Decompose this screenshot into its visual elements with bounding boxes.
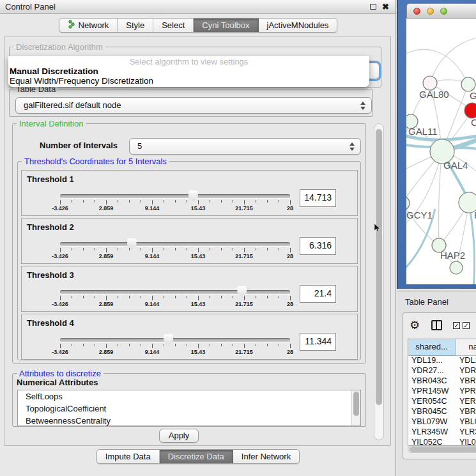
table-row[interactable]: YBL079WYBL079W <box>408 417 476 427</box>
slider-tick-labels: -3.4262.8599.14415.4321.71528 <box>60 301 290 309</box>
dropdown-option-equal-width-frequency[interactable]: Equal Width/Frequency Discretization <box>8 76 369 86</box>
tab-label: Cyni Toolbox <box>202 20 249 30</box>
tab-label: jActiveMNodules <box>267 20 329 30</box>
slider-tick-labels: -3.4262.8599.14415.4321.71528 <box>60 253 290 261</box>
tab-style[interactable]: Style <box>118 19 153 32</box>
table-scrollbar-thumb[interactable] <box>410 447 476 452</box>
tab-label: Style <box>126 20 144 30</box>
slider-ticks <box>60 344 290 349</box>
threshold-label: Threshold 1 <box>27 174 74 184</box>
table-row[interactable]: YBR043CYBR043C <box>408 376 476 387</box>
apply-button[interactable]: Apply <box>159 429 199 443</box>
split-columns-icon[interactable] <box>431 320 442 330</box>
threshold-value-field[interactable]: 14.713 <box>300 189 336 207</box>
slider-tick-labels: -3.4262.8599.14415.4321.71528 <box>60 205 290 213</box>
threshold-1-panel: Threshold 1 -3.4262.8599.14415.4321.7152… <box>21 170 358 216</box>
network-node[interactable] <box>459 192 476 213</box>
network-node[interactable] <box>464 103 476 118</box>
network-node-label: GAL80 <box>419 89 449 100</box>
table-row[interactable]: YDL19...YDL19... <box>408 356 476 366</box>
algorithm-dropdown-popup: Select algorithm to view settings Manual… <box>8 56 369 87</box>
slider-ticks <box>60 200 290 205</box>
threshold-slider[interactable] <box>60 194 290 198</box>
number-of-intervals-combo[interactable]: 5 <box>129 138 361 155</box>
attribute-item[interactable]: BetweennessCentrality <box>18 415 360 426</box>
network-node-label: GA <box>470 90 476 101</box>
control-panel-window: Control Panel ✖ Network Style Select Cyn… <box>0 0 396 476</box>
table-row[interactable]: YBR045CYBR045C <box>408 407 476 417</box>
attribute-item[interactable]: TopologicalCoefficient <box>18 403 360 415</box>
settings-scrollbar-thumb[interactable] <box>376 129 382 405</box>
network-node[interactable] <box>423 76 437 90</box>
column-header-shared-name[interactable]: shared... <box>408 339 456 356</box>
network-icon <box>68 20 75 31</box>
table-data-combo[interactable]: galFiltered.sif default node <box>15 97 372 114</box>
checkbox-checked-icon[interactable]: ✓ <box>453 322 460 329</box>
table-horizontal-scrollbar[interactable] <box>408 446 476 453</box>
control-panel-tabbar: Network Style Select Cyni Toolbox jActiv… <box>0 18 396 33</box>
list-scrollbar-thumb[interactable] <box>353 392 359 416</box>
tab-discretize-data[interactable]: Discretize Data <box>160 450 233 463</box>
tab-network[interactable]: Network <box>59 19 118 32</box>
zoom-traffic-light-icon[interactable] <box>440 8 447 15</box>
network-node[interactable] <box>406 196 410 210</box>
table-row[interactable]: YLR345WYLR345W <box>408 427 476 438</box>
checkbox-checked-icon[interactable]: ✓ <box>463 322 470 329</box>
table-row[interactable]: YDR27...YDR27... <box>408 366 476 376</box>
threshold-slider[interactable] <box>60 242 290 246</box>
table-row[interactable]: YPR145WYPR145W <box>408 387 476 397</box>
tab-impute-data[interactable]: Impute Data <box>97 450 160 463</box>
number-of-intervals-label: Number of Intervals <box>40 141 118 150</box>
threshold-value-field[interactable]: 6.316 <box>300 237 336 255</box>
thresholds-group: Threshold's Coordinates for 5 Intervals … <box>17 161 361 360</box>
attributes-to-discretize-group: Attributes to discretize Numerical Attri… <box>12 373 366 427</box>
slider-ticks <box>60 248 290 253</box>
threshold-slider[interactable] <box>60 290 290 294</box>
table-row[interactable]: YER054CYER054C <box>408 397 476 407</box>
tab-infer-network[interactable]: Infer Network <box>233 450 299 463</box>
interval-definition-group: Interval Definition Number of Intervals … <box>12 123 366 364</box>
dropdown-hint: Select algorithm to view settings <box>8 56 369 66</box>
table-panel-body: ⚙ ✓ ✓ shared... name YDL19...YDL19...YDR… <box>403 312 476 459</box>
settings-scrollbar[interactable] <box>374 123 384 440</box>
float-window-icon[interactable] <box>370 4 376 10</box>
network-canvas[interactable]: GAL80GACGAL11GAL4GCY1HHAP2 <box>406 19 476 284</box>
stepper-icon <box>360 101 365 111</box>
dropdown-option-manual-discretization[interactable]: Manual Discretization <box>8 66 369 76</box>
table-row[interactable]: YIL052CYIL052C <box>408 438 476 445</box>
network-window-titlebar <box>406 3 476 19</box>
network-node-label: GAL11 <box>408 126 438 137</box>
tab-label: Infer Network <box>242 452 291 461</box>
numerical-attributes-list: SelfLoopsTopologicalCoefficientBetweenne… <box>17 390 361 426</box>
gear-icon[interactable]: ⚙ <box>410 319 420 331</box>
threshold-3-panel: Threshold 3 -3.4262.8599.14415.4321.7152… <box>21 266 358 312</box>
threshold-value-field[interactable]: 11.344 <box>300 333 336 351</box>
column-header-name[interactable]: name <box>456 339 476 356</box>
list-scrollbar[interactable] <box>351 390 360 426</box>
table-rows: YDL19...YDL19...YDR27...YDR27...YBR043CY… <box>408 356 476 445</box>
network-node-label: GAL4 <box>443 160 468 171</box>
close-icon[interactable]: ✖ <box>382 1 389 13</box>
tab-select[interactable]: Select <box>153 19 194 32</box>
threshold-slider[interactable] <box>60 338 290 342</box>
table-header: shared... name <box>408 339 476 356</box>
threshold-2-panel: Threshold 2 -3.4262.8599.14415.4321.7152… <box>21 218 358 264</box>
threshold-value-field[interactable]: 21.4 <box>300 285 336 303</box>
node-table: shared... name YDL19...YDL19...YDR27...Y… <box>408 339 476 446</box>
network-node[interactable] <box>461 77 475 91</box>
table-panel: Table Panel ⚙ ✓ ✓ shared... name YDL19..… <box>397 291 476 476</box>
attribute-item[interactable]: SelfLoops <box>18 390 360 403</box>
tab-label: Network <box>79 20 109 30</box>
close-traffic-light-icon[interactable] <box>413 8 420 15</box>
window-title: Control Panel <box>5 2 56 12</box>
attribute-items: SelfLoopsTopologicalCoefficientBetweenne… <box>18 390 360 426</box>
combo-value: galFiltered.sif default node <box>24 100 121 110</box>
control-panel-titlebar: Control Panel ✖ <box>0 0 395 14</box>
screen: Control Panel ✖ Network Style Select Cyn… <box>0 0 476 476</box>
minimize-traffic-light-icon[interactable] <box>427 8 434 15</box>
network-node-label: GCY1 <box>406 210 433 220</box>
tab-jactivemnodules[interactable]: jActiveMNodules <box>259 19 337 32</box>
group-label: Interval Definition <box>17 119 86 128</box>
tab-cyni-toolbox[interactable]: Cyni Toolbox <box>194 19 258 32</box>
network-node[interactable] <box>450 261 463 274</box>
